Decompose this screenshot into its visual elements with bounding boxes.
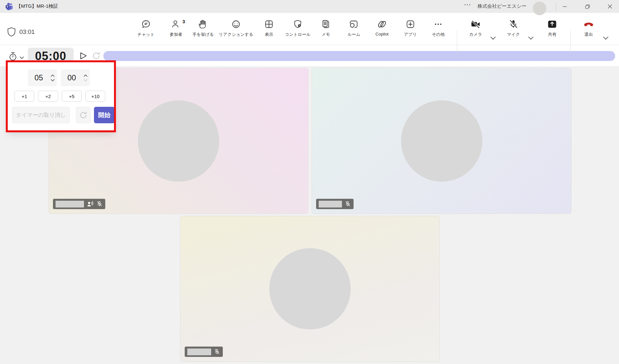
toolbar-raise-hand-label: 手を挙げる [192, 32, 214, 37]
timer-menu-chevron[interactable] [19, 55, 24, 61]
toolbar-leave-button[interactable]: 退出 [577, 19, 600, 41]
popup-reset-button[interactable] [76, 107, 91, 123]
timer-reset-button[interactable] [92, 51, 101, 62]
restore-icon [585, 4, 590, 9]
teams-app-icon: T [5, 2, 14, 11]
participant-name-redacted [187, 349, 211, 355]
add-10-minutes-button[interactable]: +10 [86, 91, 105, 102]
apps-plus-icon [405, 19, 416, 30]
share-icon [547, 19, 558, 30]
toolbar-mic-button[interactable]: マイク [502, 19, 525, 41]
close-icon [608, 4, 612, 9]
toolbar-chat-button[interactable]: チャット [133, 19, 159, 41]
raise-hand-icon [198, 19, 209, 30]
toolbar-participants-button[interactable]: 3 参加者 [163, 19, 189, 41]
titlebar-divider [556, 3, 556, 11]
reset-icon [79, 111, 88, 120]
speaking-indicator-icon [87, 201, 94, 207]
toolbar-chat-label: チャット [137, 32, 154, 37]
organization-name: 株式会社ピーエスシー [478, 3, 526, 9]
seconds-value: 00 [61, 73, 81, 82]
close-button[interactable] [603, 0, 617, 13]
toolbar-more-button[interactable]: その他 [425, 19, 451, 41]
leave-call-icon [583, 19, 594, 30]
chat-icon [140, 19, 151, 30]
participant-avatar [401, 100, 482, 182]
minutes-increment-icon[interactable] [50, 74, 55, 77]
participant-name-pill [316, 199, 354, 209]
toolbar-raise-hand-button[interactable]: 手を挙げる [189, 19, 217, 41]
add-2-minutes-button[interactable]: +2 [38, 91, 58, 102]
cancel-timer-button[interactable]: タイマーの取り消し [12, 107, 70, 123]
toolbar-apps-label: アプリ [404, 32, 417, 37]
toolbar-react-button[interactable]: リアクションする [218, 19, 254, 41]
toolbar-notes-button[interactable]: メモ [316, 19, 335, 41]
toolbar-share-button[interactable]: 共有 [541, 19, 563, 41]
start-timer-button[interactable]: 開始 [94, 107, 115, 123]
participant-name-pill [53, 199, 105, 209]
mic-off-icon [508, 19, 519, 30]
participant-avatar [138, 100, 219, 182]
toolbar-more-label: その他 [432, 32, 445, 37]
toolbar-share-label: 共有 [548, 32, 556, 37]
camera-options-chevron[interactable] [490, 35, 496, 41]
toolbar-divider [457, 31, 457, 53]
toolbar-camera-button[interactable]: カメラ [464, 19, 487, 41]
security-shield-icon [7, 27, 16, 38]
seconds-spinner[interactable]: 00 [61, 69, 90, 86]
toolbar-mic-label: マイク [507, 32, 520, 37]
mic-off-icon [214, 349, 220, 355]
meeting-elapsed-time: 03:01 [19, 28, 35, 35]
meeting-toolbar: 03:01 チャット 3 参加者 手を挙げる [0, 13, 619, 45]
toolbar-react-label: リアクションする [219, 32, 253, 37]
toolbar-copilot-label: Copilot [376, 32, 388, 36]
toolbar-camera-label: カメラ [469, 32, 482, 37]
seconds-increment-icon[interactable] [83, 74, 88, 77]
toolbar-rooms-button[interactable]: ルーム [341, 19, 367, 41]
toolbar-control-label: コントロール [285, 32, 311, 37]
control-shield-gear-icon [292, 19, 303, 30]
mic-options-chevron[interactable] [528, 35, 534, 41]
minimize-button[interactable] [557, 0, 572, 13]
toolbar-copilot-button[interactable]: Copilot [369, 19, 395, 41]
seconds-decrement-icon[interactable] [83, 79, 88, 82]
timer-setup-popup: 05 00 +1 +2 +5 +10 タイマーの取り消し 開始 [8, 62, 114, 130]
user-avatar[interactable] [533, 2, 546, 15]
mic-off-icon [96, 201, 103, 207]
leave-options-chevron[interactable] [603, 35, 609, 41]
window-titlebar: T 【MTG】MR-1検証 ··· 株式会社ピーエスシー [0, 0, 619, 13]
mic-off-icon [345, 201, 351, 207]
add-1-minute-button[interactable]: +1 [15, 91, 34, 102]
timer-progress-track [103, 51, 615, 61]
toolbar-view-button[interactable]: 表示 [256, 19, 282, 41]
participant-name-redacted [319, 201, 342, 207]
copilot-icon [377, 19, 387, 30]
minutes-decrement-icon[interactable] [50, 79, 55, 82]
participants-count-badge: 3 [182, 19, 185, 24]
toolbar-leave-label: 退出 [584, 32, 593, 37]
window-title: 【MTG】MR-1検証 [16, 3, 58, 9]
toolbar-control-button[interactable]: コントロール [282, 19, 314, 41]
minutes-value: 05 [28, 73, 48, 82]
participant-tile-3[interactable] [180, 216, 440, 362]
participant-tile-2[interactable] [312, 68, 572, 214]
svg-text:T: T [6, 5, 8, 8]
toolbar-participants-label: 参加者 [170, 32, 182, 37]
add-5-minutes-button[interactable]: +5 [62, 91, 82, 102]
participant-name-pill [185, 347, 223, 357]
participant-avatar [269, 248, 351, 329]
toolbar-apps-button[interactable]: アプリ [397, 19, 423, 41]
participants-icon: 3 [170, 19, 181, 30]
minutes-spinner[interactable]: 05 [28, 69, 57, 86]
view-grid-icon [263, 19, 274, 30]
toolbar-view-label: 表示 [265, 32, 273, 37]
minimize-icon [562, 4, 567, 9]
titlebar-overflow-dots[interactable]: ··· [464, 2, 471, 8]
maximize-button[interactable] [580, 0, 595, 13]
timer-play-button[interactable] [79, 51, 88, 62]
stopwatch-icon[interactable] [8, 52, 17, 63]
rooms-icon [348, 19, 359, 30]
toolbar-divider [570, 31, 571, 53]
toolbar-notes-label: メモ [322, 32, 330, 37]
more-dots-icon [433, 19, 444, 30]
